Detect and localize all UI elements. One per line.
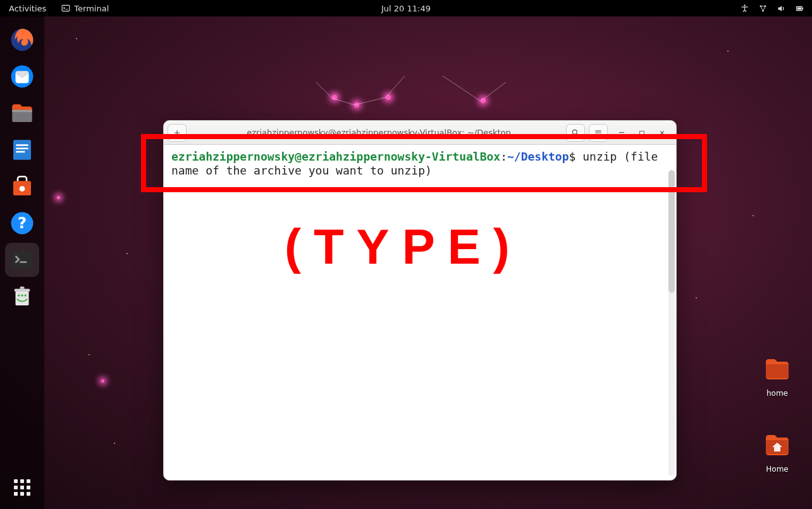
svg-rect-13	[797, 7, 801, 9]
activities-button[interactable]: Activities	[0, 4, 55, 13]
dock-trash[interactable]	[5, 279, 39, 314]
terminal-icon	[9, 247, 35, 273]
svg-rect-27	[16, 291, 29, 305]
prompt-sep: :	[500, 150, 507, 163]
search-icon	[571, 128, 580, 137]
show-applications-button[interactable]	[7, 472, 37, 503]
svg-point-34	[572, 130, 577, 134]
svg-line-4	[443, 76, 481, 101]
desktop-icon-home[interactable]: Home	[755, 430, 799, 474]
svg-rect-20	[16, 148, 28, 150]
svg-point-30	[21, 295, 23, 297]
topbar-app-label: Terminal	[74, 4, 109, 13]
svg-rect-17	[12, 110, 32, 113]
svg-rect-21	[16, 151, 25, 153]
scrollbar-thumb[interactable]	[668, 170, 675, 293]
accessibility-icon	[740, 4, 749, 13]
desktop-icon-label: Home	[755, 465, 799, 474]
svg-text:?: ?	[18, 214, 27, 232]
battery-icon	[795, 4, 804, 13]
svg-point-23	[20, 186, 25, 192]
network-icon	[758, 4, 768, 13]
dock: ?	[0, 16, 44, 509]
close-button[interactable]: ✕	[657, 128, 667, 138]
dock-writer[interactable]	[5, 133, 39, 167]
svg-line-3	[386, 76, 405, 97]
desktop-icon-home-folder[interactable]: home	[755, 354, 799, 398]
terminal-body[interactable]: ezriahzippernowsky@ezriahzippernowsky-Vi…	[164, 145, 676, 480]
svg-line-0	[316, 82, 332, 98]
help-icon: ?	[9, 210, 35, 236]
svg-rect-12	[803, 8, 803, 9]
files-icon	[9, 100, 35, 126]
writer-icon	[9, 137, 35, 163]
dock-terminal[interactable]	[5, 243, 39, 277]
dock-files[interactable]	[5, 96, 39, 130]
dock-thunderbird[interactable]	[5, 59, 39, 94]
dock-software[interactable]	[5, 169, 39, 204]
hamburger-icon	[594, 128, 603, 137]
trash-icon	[9, 283, 35, 310]
svg-point-7	[744, 4, 746, 6]
clock[interactable]: Jul 20 11:49	[381, 4, 431, 13]
prompt-sigil: $	[569, 150, 583, 163]
volume-icon	[777, 4, 786, 13]
svg-rect-28	[15, 289, 30, 291]
svg-rect-32	[766, 364, 789, 378]
folder-icon	[762, 354, 792, 384]
plus-icon	[173, 128, 181, 137]
software-icon	[9, 173, 35, 200]
desktop-icon-label: home	[755, 389, 799, 398]
window-titlebar[interactable]: ezriahzippernowsky@ezriahzippernowsky-Vi…	[164, 121, 676, 145]
new-tab-button[interactable]	[168, 124, 187, 142]
dock-firefox[interactable]	[5, 23, 39, 57]
prompt-path: ~/Desktop	[507, 150, 569, 163]
topbar-app-indicator[interactable]: Terminal	[55, 4, 115, 13]
terminal-small-icon	[61, 4, 70, 13]
scrollbar[interactable]	[668, 170, 675, 476]
svg-rect-26	[12, 251, 32, 269]
terminal-window: ezriahzippernowsky@ezriahzippernowsky-Vi…	[163, 120, 677, 481]
svg-point-29	[18, 295, 20, 297]
dock-help[interactable]: ?	[5, 206, 39, 240]
menu-button[interactable]	[589, 124, 608, 142]
svg-rect-19	[16, 144, 28, 146]
status-area[interactable]	[740, 4, 812, 13]
top-bar: Activities Terminal Jul 20 11:49	[0, 0, 812, 16]
minimize-button[interactable]: ─	[617, 128, 627, 138]
svg-rect-18	[13, 140, 31, 160]
apps-grid-icon	[14, 479, 30, 496]
folder-home-icon	[762, 430, 792, 460]
window-title: ezriahzippernowsky@ezriahzippernowsky-Vi…	[192, 128, 566, 137]
prompt-user: ezriahzippernowsky@ezriahzippernowsky-Vi…	[171, 150, 500, 163]
thunderbird-icon	[9, 63, 35, 90]
svg-point-31	[25, 295, 27, 297]
search-button[interactable]	[566, 124, 585, 142]
svg-rect-6	[62, 5, 70, 11]
firefox-icon	[9, 27, 35, 53]
maximize-button[interactable]: □	[637, 128, 647, 138]
